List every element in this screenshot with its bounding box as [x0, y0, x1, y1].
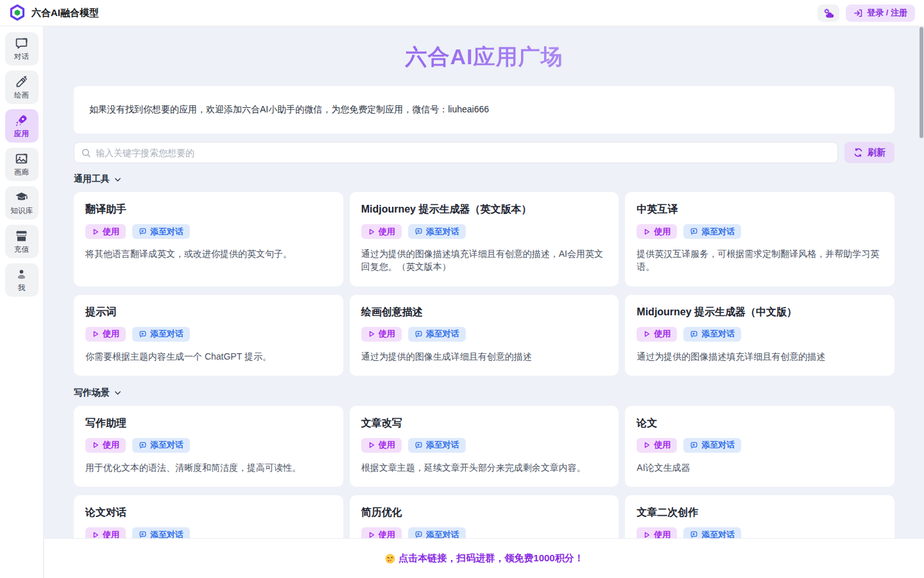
sidebar-item-label: 绘画	[14, 91, 29, 100]
app-card-title: Midjourney 提示生成器（中文版）	[637, 306, 883, 319]
app-card-description: 将其他语言翻译成英文，或改进你提供的英文句子。	[85, 247, 332, 260]
sidebar-item-label: 充值	[14, 245, 29, 254]
search-icon	[81, 148, 91, 158]
play-icon	[92, 330, 99, 338]
footer-banner[interactable]: 点击本链接，扫码进群，领免费1000积分！	[44, 538, 924, 578]
refresh-label: 刷新	[868, 147, 886, 159]
sidebar: 对话 绘画 应用 画廊 知识库 充值 我	[0, 26, 44, 578]
gallery-icon	[15, 152, 28, 166]
sidebar-item-draw[interactable]: 绘画	[5, 71, 38, 104]
app-card: 翻译助手 使用 添至对话 将其他语言翻译成英文	[74, 192, 343, 286]
theme-toggle-button[interactable]	[817, 4, 839, 22]
use-button[interactable]: 使用	[361, 438, 402, 453]
sidebar-item-label: 应用	[14, 129, 29, 139]
chat-transfer-icon	[139, 441, 147, 450]
refresh-icon	[853, 148, 863, 157]
app-title: 六合AI融合模型	[31, 7, 99, 19]
use-button[interactable]: 使用	[361, 224, 402, 239]
app-logo-brand[interactable]: 六合AI融合模型	[9, 4, 99, 21]
notice-text: 如果没有找到你想要的应用，欢迎添加六合AI小助手的微信，为您免费定制应用，微信号…	[89, 104, 489, 114]
section-title: 通用工具	[74, 173, 110, 185]
app-card-description: 根据文章主题，延续文章开头部分来完成剩余文章内容。	[361, 461, 608, 474]
search-input[interactable]	[96, 148, 831, 158]
paint-icon	[15, 75, 28, 89]
play-icon	[368, 531, 375, 539]
add-to-chat-button[interactable]: 添至对话	[683, 327, 741, 342]
chat-transfer-icon	[139, 227, 147, 236]
app-card-description: 提供英汉互译服务，可根据需求定制翻译风格，并帮助学习英语。	[637, 247, 883, 274]
app-card: 绘画创意描述 使用 添至对话 通过为提供的图像	[350, 295, 619, 376]
play-icon	[643, 441, 651, 449]
app-card: 文章改写 使用 添至对话 根据文章主题，延续文	[350, 406, 619, 487]
use-button[interactable]: 使用	[637, 327, 677, 342]
chat-transfer-icon	[690, 330, 698, 338]
add-to-chat-button[interactable]: 添至对话	[408, 327, 466, 342]
add-to-chat-button[interactable]: 添至对话	[408, 438, 466, 453]
use-button[interactable]: 使用	[637, 438, 677, 453]
app-section: 通用工具 翻译助手 使用	[74, 173, 894, 376]
page-title: 六合AI应用广场	[74, 42, 894, 72]
use-button[interactable]: 使用	[85, 438, 126, 453]
app-card: 提示词 使用 添至对话 你需要根据主题内容生成	[74, 295, 343, 376]
scrollbar-thumb[interactable]	[920, 27, 923, 138]
app-card-description: 通过为提供的图像生成详细且有创意的描述	[361, 350, 608, 363]
section-title: 写作场景	[74, 387, 110, 399]
add-to-chat-button[interactable]: 添至对话	[132, 438, 190, 453]
play-icon	[368, 441, 375, 449]
app-card: Midjourney 提示生成器（中文版） 使用 添至对话	[625, 295, 894, 376]
app-card-title: 写作助理	[85, 417, 332, 430]
app-card: 写作助理 使用 添至对话 用于优化文本的语法、	[74, 406, 343, 487]
app-card-description: 用于优化文本的语法、清晰度和简洁度，提高可读性。	[85, 461, 332, 474]
app-card-description: 你需要根据主题内容生成一个 ChatGPT 提示。	[85, 350, 332, 363]
add-to-chat-button[interactable]: 添至对话	[132, 327, 190, 342]
app-card-title: 绘画创意描述	[361, 306, 608, 319]
sidebar-item-knowledge[interactable]: 知识库	[5, 186, 38, 220]
add-to-chat-button[interactable]: 添至对话	[408, 224, 466, 239]
search-row: 刷新	[74, 142, 894, 163]
gear-cloud-icon	[823, 8, 835, 19]
add-to-chat-button[interactable]: 添至对话	[683, 224, 741, 239]
app-card-title: Midjourney 提示生成器（英文版本）	[361, 203, 608, 216]
chat-icon	[15, 37, 28, 50]
use-button[interactable]: 使用	[85, 327, 126, 342]
section-header[interactable]: 写作场景	[74, 387, 894, 399]
app-card: 论文 使用 添至对话 AI论文生成器	[625, 406, 894, 487]
refresh-button[interactable]: 刷新	[844, 142, 894, 163]
chat-transfer-icon	[415, 441, 423, 450]
notice-card: 如果没有找到你想要的应用，欢迎添加六合AI小助手的微信，为您免费定制应用，微信号…	[74, 86, 894, 134]
sidebar-item-label: 我	[18, 283, 26, 293]
app-card-title: 论文对话	[85, 506, 332, 520]
play-icon	[92, 531, 99, 539]
sidebar-item-label: 知识库	[10, 206, 33, 216]
sidebar-item-label: 对话	[14, 52, 29, 62]
search-input-wrap	[74, 142, 838, 163]
add-to-chat-button[interactable]: 添至对话	[683, 438, 741, 453]
sidebar-item-me[interactable]: 我	[5, 263, 38, 297]
knowledge-icon	[15, 191, 28, 204]
store-icon	[15, 229, 28, 243]
sidebar-item-gallery[interactable]: 画廊	[5, 148, 38, 181]
chat-transfer-icon	[139, 330, 147, 338]
section-header[interactable]: 通用工具	[74, 173, 894, 185]
sidebar-item-recharge[interactable]: 充值	[5, 225, 38, 258]
login-label: 登录 / 注册	[867, 7, 907, 19]
footer-banner-text: 点击本链接，扫码进群，领免费1000积分！	[398, 552, 583, 565]
sidebar-item-chat[interactable]: 对话	[5, 32, 38, 66]
rocket-icon	[15, 114, 28, 127]
use-button[interactable]: 使用	[361, 327, 402, 342]
chevron-down-icon	[114, 175, 122, 184]
play-icon	[643, 531, 651, 539]
kiss-emoji-icon	[384, 553, 396, 565]
scrollbar[interactable]	[919, 26, 924, 578]
app-card: 中英互译 使用 添至对话 提供英汉互译服务，可	[625, 192, 894, 286]
app-card-title: 文章二次创作	[637, 506, 883, 520]
app-card-title: 简历优化	[361, 506, 608, 520]
top-bar: 六合AI融合模型 登录 / 注册	[0, 0, 924, 26]
use-button[interactable]: 使用	[85, 224, 126, 239]
login-register-button[interactable]: 登录 / 注册	[846, 4, 915, 22]
app-card-description: AI论文生成器	[637, 461, 883, 474]
play-icon	[643, 228, 651, 236]
sidebar-item-apps[interactable]: 应用	[5, 109, 38, 143]
add-to-chat-button[interactable]: 添至对话	[132, 224, 190, 239]
use-button[interactable]: 使用	[637, 224, 677, 239]
